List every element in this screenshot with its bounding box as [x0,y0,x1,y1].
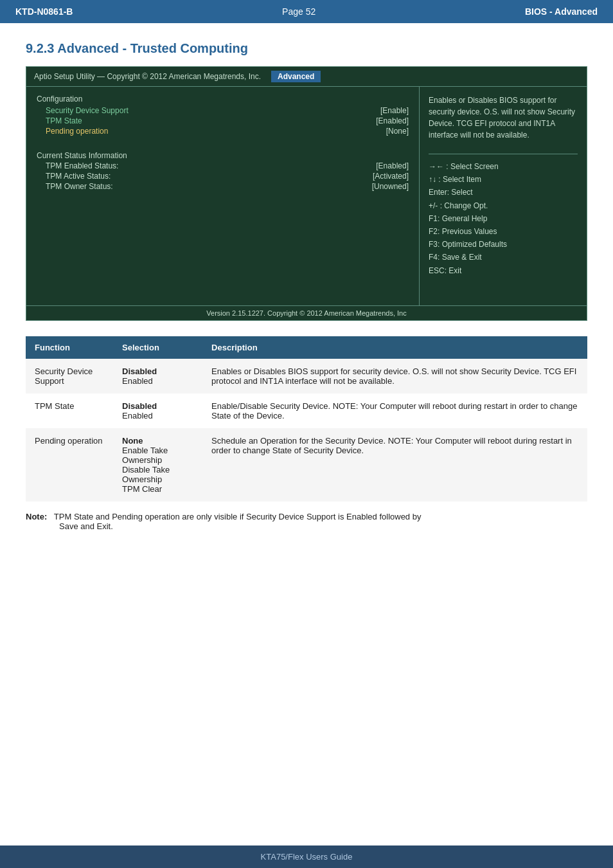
bios-right: Enables or Disables BIOS support for sec… [420,87,587,305]
bios-right-nav: →← : Select Screen ↑↓ : Select Item Ente… [429,161,578,277]
bios-item-label-security: Security Device Support [37,106,129,115]
note-text: TPM State and Pending operation are only… [54,512,422,521]
table-header-row: Function Selection Description [26,336,587,359]
bios-status-title: Current Status Information [37,142,409,160]
nav-f3: F3: Optimized Defaults [429,239,578,251]
cell-selection-1: Disabled Enabled [113,359,202,393]
nav-select-item: ↑↓ : Select Item [429,174,578,186]
option-disabled-1: Disabled [122,366,193,376]
bios-tab[interactable]: Advanced [271,71,321,82]
bios-config-title: Configuration [37,95,409,104]
nav-esc: ESC: Exit [429,265,578,277]
cell-function-3: Pending operation [26,428,113,502]
bios-item-value-security: [Enable] [380,106,409,115]
cell-selection-2: Disabled Enabled [113,393,202,428]
bios-status-label-active: TPM Active Status: [37,172,111,181]
note-label: Note: [26,512,51,521]
table-row: Security Device Support Disabled Enabled… [26,359,587,393]
nav-change-opt: +/- : Change Opt. [429,200,578,212]
bios-left: Configuration Security Device Support [E… [26,87,420,305]
header-center: Page 52 [282,6,315,17]
bios-panel: Aptio Setup Utility — Copyright © 2012 A… [26,66,587,321]
bios-panel-header: Aptio Setup Utility — Copyright © 2012 A… [26,67,587,87]
option-disable-ownership-3: Disable Take Ownership [122,465,193,484]
footer-text: KTA75/Flex Users Guide [261,852,353,862]
section-title: 9.2.3 Advanced - Trusted Computing [0,23,613,66]
option-disabled-2: Disabled [122,401,193,411]
nav-f4: F4: Save & Exit [429,251,578,264]
table-row: Pending operation None Enable Take Owner… [26,428,587,502]
cell-function-2: TPM State [26,393,113,428]
bios-status-tpm-owner: TPM Owner Status: [Unowned] [37,182,409,191]
nav-f2: F2: Previous Values [429,226,578,238]
function-table: Function Selection Description Security … [26,336,587,502]
page-header: KTD-N0861-B Page 52 BIOS - Advanced [0,0,613,23]
bios-status-label-owner: TPM Owner Status: [37,182,113,191]
col-function: Function [26,336,113,359]
bios-item-label-pending: Pending operation [37,127,108,136]
option-enable-ownership-3: Enable Take Ownership [122,446,193,465]
bios-status-value-enabled: [Enabled] [376,161,409,170]
cell-desc-1: Enables or Disables BIOS support for sec… [202,359,587,393]
cell-desc-3: Schedule an Operation for the Security D… [202,428,587,502]
bios-right-top-text: Enables or Disables BIOS support for sec… [429,95,578,141]
table-row: TPM State Disabled Enabled Enable/Disabl… [26,393,587,428]
table-section: Function Selection Description Security … [26,336,587,502]
bios-item-pending[interactable]: Pending operation [None] [37,127,409,136]
nav-enter: Enter: Select [429,186,578,199]
nav-select-screen: →← : Select Screen [429,161,578,173]
col-description: Description [202,336,587,359]
option-enabled-2: Enabled [122,411,193,420]
bios-footer: Version 2.15.1227. Copyright © 2012 Amer… [26,305,587,320]
bios-status-value-active: [Activated] [373,172,409,181]
header-right: BIOS - Advanced [525,6,598,17]
option-none-3: None [122,436,193,446]
header-left: KTD-N0861-B [15,6,73,17]
note-text-2: Save and Exit. [26,521,587,531]
bios-body: Configuration Security Device Support [E… [26,87,587,305]
bios-item-tpm-state[interactable]: TPM State [Enabled] [37,116,409,125]
bios-status-value-owner: [Unowned] [372,182,409,191]
bios-item-value-tpm-state: [Enabled] [376,116,409,125]
option-tpm-clear-3: TPM Clear [122,484,193,494]
nav-f1: F1: General Help [429,213,578,225]
bios-item-value-pending: [None] [386,127,409,136]
cell-desc-2: Enable/Disable Security Device. NOTE: Yo… [202,393,587,428]
cell-function-1: Security Device Support [26,359,113,393]
bios-status-label-enabled: TPM Enabled Status: [37,161,118,170]
page-footer: KTA75/Flex Users Guide [0,845,613,868]
bios-item-security[interactable]: Security Device Support [Enable] [37,106,409,115]
cell-selection-3: None Enable Take Ownership Disable Take … [113,428,202,502]
col-selection: Selection [113,336,202,359]
bios-status-tpm-active: TPM Active Status: [Activated] [37,172,409,181]
bios-item-label-tpm-state: TPM State [37,116,82,125]
option-enabled-1: Enabled [122,376,193,386]
bios-status-tpm-enabled: TPM Enabled Status: [Enabled] [37,161,409,170]
bios-divider [429,154,578,154]
bios-utility-title: Aptio Setup Utility — Copyright © 2012 A… [34,72,261,81]
note-section: Note: TPM State and Pending operation ar… [26,512,587,531]
